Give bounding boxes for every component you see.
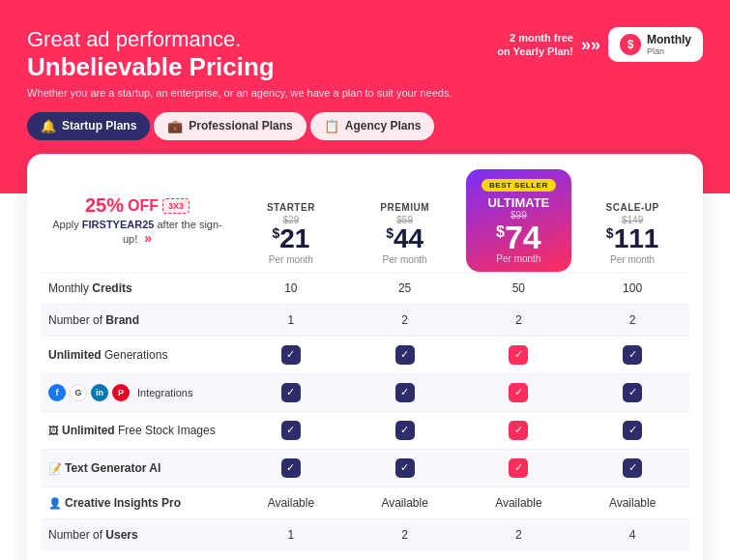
img-starter: ✓	[234, 411, 348, 449]
plan-header-premium: PREMIUM $59 $44 Per month	[348, 169, 462, 272]
brand-ultimate: 2	[462, 304, 576, 336]
insights-scaleup: Available	[575, 486, 689, 518]
users-starter: 1	[234, 518, 348, 550]
integ-starter: ✓	[234, 373, 348, 411]
startup-icon: 🔔	[41, 119, 56, 133]
credits-starter: 10	[234, 272, 348, 304]
yearly-promo-text: 2 month free on Yearly Plan!	[497, 31, 573, 59]
pricing-card: 25% OFF 3X3 Apply FIRSTYEAR25 after the …	[27, 154, 703, 560]
footer-row: 🤖 AI TOOLS BUCKET Get Started Get Starte…	[41, 550, 689, 560]
feature-label-users: Number of Users	[41, 518, 234, 550]
headline-text: Great ad performance. Unbelievable Prici…	[27, 27, 452, 83]
feature-label-images: 🖼Unlimited Free Stock Images	[41, 411, 234, 449]
brand-logo-cell: 🤖 AI TOOLS BUCKET	[41, 550, 234, 560]
brand-starter: 1	[234, 304, 348, 336]
dollar-icon: $	[620, 34, 641, 55]
tab-agency[interactable]: 📋 Agency Plans	[310, 112, 435, 140]
pinterest-icon: P	[112, 384, 130, 401]
arrows-icon: »»	[581, 35, 600, 55]
plan-header-starter: STARTER $29 $21 Per month	[234, 169, 348, 272]
professional-icon: 💼	[167, 119, 183, 133]
plan-tabs: 🔔 Startup Plans 💼 Professional Plans 📋 A…	[27, 112, 703, 140]
users-ultimate: 2	[462, 518, 576, 550]
yearly-badge: 2 month free on Yearly Plan! »» $ Monthl…	[497, 27, 703, 62]
feature-row-credits: Monthly Credits 10 25 50 100	[41, 272, 689, 304]
promo-text: Apply FIRSTYEAR25 after the sign-up! »	[46, 219, 228, 246]
monthly-label: Monthly	[647, 33, 691, 46]
feature-label-integrations: f G in P Integrations	[41, 373, 234, 411]
arrow-more: »	[144, 230, 152, 246]
credits-scaleup: 100	[575, 272, 689, 304]
credits-ultimate: 50	[462, 272, 576, 304]
pricing-table: 25% OFF 3X3 Apply FIRSTYEAR25 after the …	[41, 169, 689, 560]
gen-scaleup: ✓	[575, 336, 689, 373]
cta-starter: Get Started	[234, 550, 348, 560]
insights-starter: Available	[234, 486, 348, 518]
tg-scaleup: ✓	[575, 449, 689, 486]
feature-row-generations: Unlimited Generations ✓ ✓ ✓ ✓	[41, 336, 689, 373]
integ-premium: ✓	[348, 373, 462, 411]
linkedin-icon: in	[91, 384, 108, 401]
credits-premium: 25	[348, 272, 462, 304]
monthly-plan-badge[interactable]: $ Monthly Plan	[608, 27, 703, 62]
plan-sublabel: Plan	[647, 46, 691, 56]
header-section: Great ad performance. Unbelievable Prici…	[27, 27, 703, 99]
integ-ultimate: ✓	[462, 373, 576, 411]
feature-label-brand: Number of Brand	[41, 304, 234, 336]
cta-scaleup: Get Started	[575, 550, 689, 560]
feature-label-insights: 👤Creative Insights Pro	[41, 486, 234, 518]
tab-professional[interactable]: 💼 Professional Plans	[154, 112, 306, 140]
tg-premium: ✓	[348, 449, 462, 486]
discount-badge: 25% OFF 3X3	[85, 194, 190, 217]
feature-row-integrations: f G in P Integrations ✓ ✓ ✓ ✓	[41, 373, 689, 411]
feature-row-textgen: 📝Text Generator AI ✓ ✓ ✓ ✓	[41, 449, 689, 486]
insights-ultimate: Available	[462, 486, 576, 518]
ultimate-price: $74	[478, 221, 561, 253]
starter-price: $21	[240, 225, 342, 252]
best-seller-badge: BEST SELLER	[482, 179, 556, 192]
insights-premium: Available	[348, 486, 462, 518]
feature-row-insights: 👤Creative Insights Pro Available Availab…	[41, 486, 689, 518]
img-premium: ✓	[348, 411, 462, 449]
facebook-icon: f	[48, 384, 66, 401]
users-scaleup: 4	[575, 518, 689, 550]
feature-row-brand: Number of Brand 1 2 2 2	[41, 304, 689, 336]
discount-cell: 25% OFF 3X3 Apply FIRSTYEAR25 after the …	[41, 169, 234, 272]
integ-scaleup: ✓	[575, 373, 689, 411]
feature-row-images: 🖼Unlimited Free Stock Images ✓ ✓ ✓ ✓	[41, 411, 689, 449]
gen-ultimate: ✓	[462, 336, 576, 373]
social-icons: f G in P Integrations	[48, 384, 228, 401]
premium-price: $44	[354, 225, 456, 252]
feature-label-generations: Unlimited Generations	[41, 336, 234, 373]
google-icon: G	[70, 384, 87, 401]
gen-premium: ✓	[348, 336, 462, 373]
headline: Great ad performance. Unbelievable Prici…	[27, 27, 452, 99]
plan-header-ultimate: BEST SELLER ULTIMATE $99 $74 Per month	[462, 169, 576, 272]
tg-ultimate: ✓	[462, 449, 576, 486]
gen-starter: ✓	[234, 336, 348, 373]
img-scaleup: ✓	[575, 411, 689, 449]
brand-scaleup: 2	[575, 304, 689, 336]
cta-ultimate: Get Started	[462, 550, 576, 560]
feature-label-textgen: 📝Text Generator AI	[41, 449, 234, 486]
users-premium: 2	[348, 518, 462, 550]
feature-label-credits: Monthly Credits	[41, 272, 234, 304]
scaleup-price: $111	[581, 225, 684, 252]
tg-starter: ✓	[234, 449, 348, 486]
plan-header-scaleup: SCALE-UP $149 $111 Per month	[575, 169, 689, 272]
agency-icon: 📋	[324, 119, 339, 133]
cta-premium: Get Started	[348, 550, 462, 560]
brand-premium: 2	[348, 304, 462, 336]
img-ultimate: ✓	[462, 411, 576, 449]
tab-startup[interactable]: 🔔 Startup Plans	[27, 112, 150, 140]
feature-row-users: Number of Users 1 2 2 4	[41, 518, 689, 550]
